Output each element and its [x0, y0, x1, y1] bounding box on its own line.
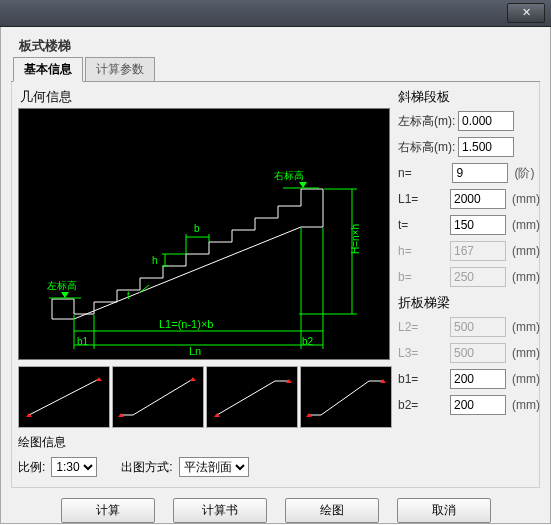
b2-label: b2= [398, 398, 450, 412]
window-title: 板式楼梯 [11, 33, 540, 57]
b1-label: b1= [398, 372, 450, 386]
b2-unit: (mm) [512, 398, 538, 412]
stair-diagram: 左标高 右标高 b [18, 108, 390, 360]
b-unit: (mm) [512, 270, 538, 284]
diag-Hn: H=n×h [350, 224, 361, 254]
geometry-area: 几何信息 左标高 [18, 88, 392, 428]
draw-scale-select[interactable]: 1:30 [51, 457, 97, 477]
draw-button[interactable]: 绘图 [285, 498, 379, 523]
client-area: 板式楼梯 基本信息 计算参数 几何信息 [0, 27, 551, 524]
tab-basic[interactable]: 基本信息 [13, 57, 83, 82]
right-h-input[interactable] [458, 137, 514, 157]
draw-method-select[interactable]: 平法剖面 [179, 457, 249, 477]
cancel-button[interactable]: 取消 [397, 498, 491, 523]
diag-right-elev: 右标高 [274, 170, 304, 181]
stair-type-2[interactable] [112, 366, 204, 428]
diag-Ln: Ln [189, 345, 201, 357]
diag-b: b [194, 223, 200, 234]
draw-section-title: 绘图信息 [18, 434, 533, 451]
n-input[interactable] [452, 163, 508, 183]
L1-label: L1= [398, 192, 450, 206]
stair-type-4[interactable] [300, 366, 392, 428]
t-unit: (mm) [512, 218, 538, 232]
b1-unit: (mm) [512, 372, 538, 386]
svg-marker-22 [96, 377, 102, 381]
b1-input[interactable] [450, 369, 506, 389]
draw-scale-label: 比例: [18, 459, 45, 476]
b-input [450, 267, 506, 287]
fold-title: 折板梯梁 [398, 294, 538, 312]
params-area: 斜梯段板 左标高(m): 右标高(m): n= (阶) [398, 88, 538, 428]
diag-t: t [127, 290, 130, 301]
draw-info-row: 比例: 1:30 出图方式: 平法剖面 [18, 457, 533, 477]
geometry-title: 几何信息 [20, 88, 392, 106]
incline-title: 斜梯段板 [398, 88, 538, 106]
L2-input [450, 317, 506, 337]
draw-method-label: 出图方式: [121, 459, 172, 476]
diag-L1: L1=(n-1)×b [159, 318, 213, 330]
t-input[interactable] [450, 215, 506, 235]
L3-label: L3= [398, 346, 450, 360]
left-h-label: 左标高(m): [398, 113, 458, 130]
svg-marker-24 [190, 377, 196, 381]
b2-input[interactable] [450, 395, 506, 415]
L2-unit: (mm) [512, 320, 538, 334]
stair-type-thumbs [18, 366, 392, 428]
L2-label: L2= [398, 320, 450, 334]
h-input [450, 241, 506, 261]
h-label: h= [398, 244, 450, 258]
L1-input[interactable] [450, 189, 506, 209]
right-h-label: 右标高(m): [398, 139, 458, 156]
calc-button[interactable]: 计算 [61, 498, 155, 523]
tab-bar: 基本信息 计算参数 [11, 57, 540, 82]
L3-input [450, 343, 506, 363]
n-unit: (阶) [514, 165, 538, 182]
b-label: b= [398, 270, 450, 284]
tab-calc-params[interactable]: 计算参数 [85, 57, 155, 81]
stair-type-1[interactable] [18, 366, 110, 428]
diag-h: h [152, 255, 158, 266]
t-label: t= [398, 218, 450, 232]
n-label: n= [398, 166, 452, 180]
stair-type-3[interactable] [206, 366, 298, 428]
tab-panel: 几何信息 左标高 [11, 82, 540, 488]
h-unit: (mm) [512, 244, 538, 258]
button-bar: 计算 计算书 绘图 取消 [11, 498, 540, 523]
left-h-input[interactable] [458, 111, 514, 131]
window-root: 板式楼梯 基本信息 计算参数 几何信息 [0, 0, 551, 525]
L3-unit: (mm) [512, 346, 538, 360]
svg-line-20 [29, 379, 99, 415]
titlebar [0, 0, 551, 27]
L1-unit: (mm) [512, 192, 538, 206]
close-button[interactable] [507, 3, 545, 23]
diag-left-elev: 左标高 [47, 280, 77, 291]
report-button[interactable]: 计算书 [173, 498, 267, 523]
